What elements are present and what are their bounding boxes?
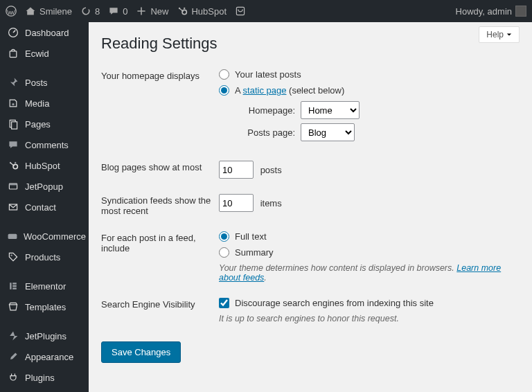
comment-icon [108, 6, 119, 17]
comments[interactable]: 0 [108, 6, 127, 17]
sidebar-item-label: Appearance [25, 352, 73, 362]
sidebar-item-woocommerce[interactable]: WooCommerce [0, 226, 89, 247]
search-check-label: Discourage search engines from indexing … [235, 298, 434, 308]
help-label: Help [486, 30, 504, 39]
sidebar-item-label: Pages [25, 119, 51, 130]
sidebar-item-label: JetPlugins [25, 331, 66, 341]
sidebar-item-label: HubSpot [25, 161, 60, 171]
updates[interactable]: 8 [80, 6, 100, 17]
search-visibility-checkbox[interactable] [219, 298, 229, 308]
hubspot-label: HubSpot [191, 6, 227, 17]
admin-bar: Smilene 8 0 New HubSpot Howdy, admin [0, 0, 532, 22]
syndication-label: Syndication feeds show the most recent [101, 187, 219, 224]
radio-static-label: A static page (select below) [235, 85, 344, 96]
contact-icon [7, 202, 19, 213]
radio-full-text[interactable] [219, 231, 229, 242]
sidebar-item-templates[interactable]: Templates [0, 296, 89, 317]
caret-down-icon [506, 32, 512, 37]
sidebar-item-jetplugins[interactable]: JetPlugins [0, 326, 89, 346]
sidebar-item-label: Ecwid [25, 48, 49, 59]
appearance-icon [7, 351, 19, 362]
feed-include-label: For each post in a feed, include [101, 224, 219, 291]
hubspot-bar[interactable]: HubSpot [177, 6, 227, 17]
feed-description: Your theme determines how content is dis… [219, 263, 518, 283]
sidebar-item-posts[interactable]: Posts [0, 72, 89, 93]
homepage-displays-label: Your homepage displays [101, 62, 219, 154]
sidebar-item-label: Media [25, 98, 49, 109]
radio-full-label: Full text [235, 231, 267, 242]
sidebar-item-label: Templates [25, 302, 66, 312]
ecwid-icon [7, 48, 19, 59]
sidebar-item-label: Contact [25, 202, 56, 213]
blog-pages-unit: posts [260, 165, 282, 175]
store-icon [235, 6, 246, 17]
sidebar-item-users[interactable]: Users [0, 388, 89, 392]
save-button[interactable]: Save Changes [101, 341, 181, 363]
sidebar-item-label: Comments [25, 140, 69, 150]
media-icon [7, 98, 19, 109]
store-bar[interactable] [235, 6, 246, 17]
templates-icon [7, 301, 19, 312]
new-label: New [150, 6, 168, 17]
radio-summary[interactable] [219, 247, 229, 258]
blog-pages-input[interactable] [219, 161, 254, 179]
howdy-label: Howdy, admin [456, 6, 512, 17]
blog-pages-label: Blog pages show at most [101, 154, 219, 187]
sidebar-item-label: Posts [25, 78, 48, 88]
sidebar-item-pages[interactable]: Pages [0, 114, 89, 134]
sidebar-item-elementor[interactable]: Elementor [0, 276, 89, 296]
plus-icon [136, 6, 147, 17]
sidebar-item-media[interactable]: Media [0, 93, 89, 114]
refresh-icon [80, 6, 91, 17]
hubspot-icon [7, 160, 19, 171]
sidebar-item-label: Plugins [25, 373, 55, 383]
plugins-icon [7, 372, 19, 383]
sidebar-item-contact[interactable]: Contact [0, 197, 89, 217]
sidebar-item-hubspot[interactable]: HubSpot [0, 155, 89, 176]
sidebar-item-ecwid[interactable]: Ecwid [0, 43, 89, 64]
sidebar-item-jetpopup[interactable]: JetPopup [0, 176, 89, 197]
sidebar-item-label: Products [25, 252, 60, 262]
site-name[interactable]: Smilene [25, 6, 72, 17]
sidebar-item-dashboard[interactable]: Dashboard [0, 22, 89, 43]
search-description: It is up to search engines to honor this… [219, 314, 518, 323]
hubspot-icon [177, 6, 188, 17]
updates-count: 8 [95, 6, 100, 17]
my-account[interactable]: Howdy, admin [456, 6, 526, 17]
radio-latest-posts[interactable] [219, 69, 229, 80]
comments-count: 0 [123, 6, 127, 17]
home-icon [25, 6, 36, 17]
postspage-select-label: Posts page: [241, 127, 295, 138]
pin-icon [7, 77, 19, 88]
search-visibility-label: Search Engine Visibility [101, 291, 219, 332]
postspage-select[interactable]: Blog [301, 123, 355, 141]
radio-static-page[interactable] [219, 85, 229, 96]
wp-logo[interactable] [6, 6, 17, 17]
sidebar-item-comments[interactable]: Comments [0, 134, 89, 155]
help-button[interactable]: Help [479, 26, 520, 43]
pages-icon [7, 118, 19, 130]
jetpopup-icon [7, 181, 19, 192]
sidebar-item-label: Elementor [25, 281, 66, 292]
syndication-input[interactable] [219, 194, 254, 212]
homepage-select[interactable]: Home [301, 101, 360, 119]
comments-icon [7, 139, 19, 150]
sidebar-item-products[interactable]: Products [0, 247, 89, 267]
sidebar-item-label: Dashboard [25, 28, 69, 38]
elementor-icon [7, 280, 19, 292]
products-icon [7, 251, 19, 262]
static-page-link[interactable]: static page [243, 85, 287, 96]
homepage-select-label: Homepage: [241, 105, 295, 116]
new-content[interactable]: New [136, 6, 168, 17]
avatar [515, 6, 526, 17]
sidebar-item-appearance[interactable]: Appearance [0, 346, 89, 367]
sidebar-item-plugins[interactable]: Plugins [0, 367, 89, 388]
main-content: Help Reading Settings Your homepage disp… [89, 22, 532, 392]
page-title: Reading Settings [101, 35, 518, 53]
radio-summary-label: Summary [235, 247, 274, 258]
sidebar-item-label: WooCommerce [24, 231, 86, 242]
syndication-unit: items [260, 198, 282, 208]
jet-icon [7, 330, 19, 341]
dashboard-icon [7, 27, 19, 38]
sidebar-item-label: JetPopup [25, 181, 63, 192]
